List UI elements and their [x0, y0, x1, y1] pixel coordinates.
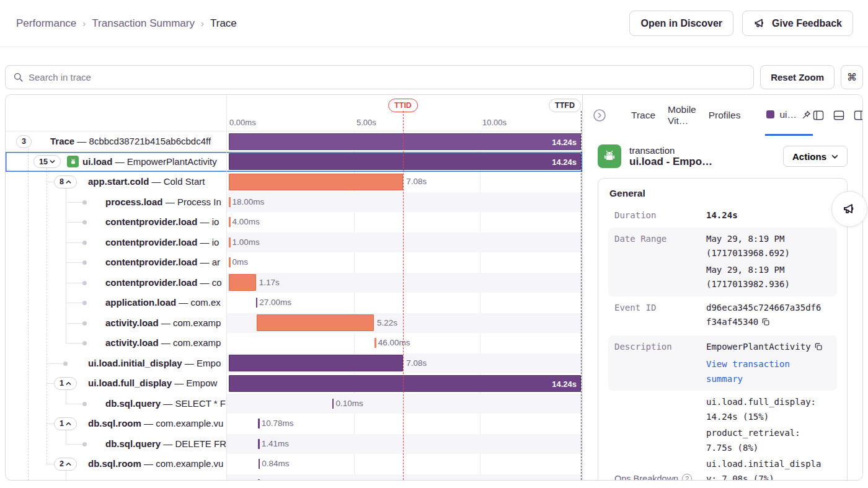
span-row[interactable]: contentprovider.load — io1.00ms — [6, 233, 582, 253]
span-row[interactable]: 1db.sql.room — com.example.vu10.78ms — [6, 414, 582, 434]
span-row[interactable]: contentprovider.load — io4.00ms — [6, 212, 582, 233]
expand-collapse-badge[interactable]: 1 — [54, 377, 77, 390]
span-bar[interactable]: 14.24s — [229, 133, 581, 150]
span-row[interactable]: db.sql.query — SELECT * F0.10ms — [6, 394, 582, 414]
span-bar[interactable] — [257, 314, 374, 331]
span-tick[interactable] — [258, 479, 260, 481]
span-tick[interactable] — [258, 419, 260, 428]
span-timeline-cell[interactable]: 1.17s — [227, 273, 582, 293]
span-tree-cell: application.load — com.ex — [6, 293, 227, 313]
shortcuts-button[interactable]: ⌘ — [841, 65, 863, 89]
span-timeline-cell[interactable]: 1.00ms — [227, 233, 582, 253]
span-timeline-cell[interactable]: 0.78ms — [227, 474, 582, 481]
search-bar[interactable] — [5, 65, 754, 89]
expand-collapse-badge[interactable]: 3 — [16, 135, 32, 148]
expand-collapse-badge[interactable]: 8 — [54, 175, 77, 189]
span-label: contentprovider.load — ar — [105, 252, 220, 273]
dock-bottom-icon[interactable] — [833, 110, 844, 120]
span-row[interactable]: db.sql.query — DELETE FR1.41ms — [6, 434, 582, 455]
duration-label: 14.24s — [552, 134, 577, 151]
ttfd-marker-pill[interactable]: TTFD — [549, 99, 581, 112]
tab-ui-load-active[interactable]: ui… — [765, 95, 813, 136]
span-timeline-cell[interactable]: 1.41ms — [227, 434, 582, 455]
copy-icon[interactable] — [761, 316, 770, 331]
collapse-drawer-button[interactable] — [593, 95, 606, 136]
span-timeline-cell[interactable]: 27.00ms — [227, 293, 582, 313]
span-bar[interactable] — [229, 355, 403, 371]
open-in-discover-button[interactable]: Open in Discover — [629, 11, 733, 36]
copy-icon[interactable] — [814, 341, 823, 356]
span-row[interactable]: application.load — com.ex27.00ms — [6, 293, 582, 313]
span-tick[interactable] — [256, 298, 258, 308]
tab-trace[interactable]: Trace — [631, 110, 655, 121]
span-row[interactable]: ui.load.initial_display — Empo7.08s — [6, 353, 582, 374]
help-icon[interactable]: ? — [682, 474, 692, 480]
tree-connector — [66, 303, 82, 303]
span-row[interactable]: 15ui.load — EmpowerPlantActivity14.24s — [6, 152, 582, 172]
span-tick[interactable] — [374, 338, 376, 348]
pin-tab-icon[interactable] — [802, 110, 812, 120]
expand-collapse-badge[interactable]: 2 — [54, 458, 77, 471]
span-bar[interactable]: 14.24s — [229, 153, 581, 170]
give-feedback-button[interactable]: Give Feedback — [742, 11, 853, 36]
span-row[interactable]: contentprovider.load — ar0ms — [6, 252, 582, 273]
span-timeline-cell[interactable]: 0.84ms — [227, 454, 582, 474]
breadcrumb-performance[interactable]: Performance — [16, 17, 76, 30]
give-feedback-label: Give Feedback — [772, 18, 842, 29]
span-timeline-cell[interactable]: 18.00ms — [227, 192, 582, 213]
span-row[interactable]: db.sql.query — INSERT OR0.78ms — [6, 474, 582, 481]
span-timeline-cell[interactable]: 7.08s — [227, 172, 582, 192]
span-tree-cell: contentprovider.load — io — [6, 233, 227, 253]
span-tree-cell: contentprovider.load — io — [6, 212, 227, 233]
duration-label: 1.00ms — [232, 233, 260, 253]
span-timeline-cell[interactable]: 7.08s — [227, 353, 582, 374]
span-timeline-cell[interactable]: 46.00ms — [227, 333, 582, 353]
span-tick[interactable] — [229, 257, 231, 267]
span-row[interactable]: 2db.sql.room — com.example.vu0.84ms — [6, 454, 582, 474]
span-timeline-cell[interactable]: 4.00ms — [227, 212, 582, 233]
span-tick[interactable] — [258, 439, 260, 449]
span-row[interactable]: activity.load — com.examp5.22s — [6, 313, 582, 334]
span-bar[interactable] — [229, 274, 256, 291]
span-row[interactable]: 3Trace — 8cbbcd38721b415ab6cbdc4ff14.24s — [6, 131, 582, 152]
expand-collapse-badge[interactable]: 1 — [54, 417, 77, 430]
breadcrumb-separator-icon: › — [82, 18, 86, 29]
span-label: process.load — Process In — [105, 192, 221, 213]
span-timeline-cell[interactable]: 14.24s — [227, 152, 582, 172]
expand-collapse-badge[interactable]: 15 — [33, 155, 61, 168]
feedback-bubble-button[interactable] — [831, 191, 867, 227]
span-row[interactable]: 8app.start.cold — Cold Start7.08s — [6, 172, 582, 192]
span-timeline-cell[interactable]: 0ms — [227, 252, 582, 273]
span-timeline-cell[interactable]: 10.78ms — [227, 414, 582, 434]
span-tick[interactable] — [229, 237, 231, 247]
span-row[interactable]: activity.load — com.examp46.00ms — [6, 333, 582, 353]
span-bar[interactable] — [229, 174, 403, 190]
reset-zoom-button[interactable]: Reset Zoom — [760, 65, 835, 89]
search-input[interactable] — [29, 72, 746, 82]
detail-key: Ops Breakdown ? — [614, 472, 706, 481]
span-bar[interactable]: 14.24s — [229, 375, 581, 392]
span-tick[interactable] — [259, 459, 260, 469]
span-timeline-cell[interactable]: 0.10ms — [227, 394, 582, 414]
view-transaction-summary-link[interactable]: View transaction summary — [706, 359, 790, 384]
span-row[interactable]: process.load — Process In18.00ms — [6, 192, 582, 213]
ttid-marker-pill[interactable]: TTID — [388, 99, 418, 112]
duration-label: 7.08s — [406, 353, 427, 374]
span-tree-cell: contentprovider.load — co — [6, 273, 227, 293]
actions-button[interactable]: Actions — [783, 146, 848, 167]
timeline-header: TTID TTFD 0.00ms 5.00s 10.00s — [6, 95, 582, 131]
span-timeline-cell[interactable]: 5.22s — [227, 313, 582, 334]
span-row[interactable]: 1ui.load.full_display — Empow14.24s — [6, 373, 582, 394]
tab-profiles[interactable]: Profiles — [709, 110, 741, 121]
tab-mobile-vitals[interactable]: Mobile Vit… — [668, 104, 696, 126]
span-tick[interactable] — [229, 197, 231, 207]
span-timeline-cell[interactable]: 14.24s — [227, 131, 582, 152]
dock-right-icon[interactable] — [854, 110, 862, 120]
span-label: application.load — com.ex — [105, 293, 221, 313]
span-row[interactable]: contentprovider.load — co1.17s — [6, 273, 582, 293]
span-tick[interactable] — [229, 217, 231, 227]
span-tick[interactable] — [332, 399, 334, 409]
breadcrumb-transaction-summary[interactable]: Transaction Summary — [92, 17, 195, 30]
dock-left-icon[interactable] — [813, 110, 824, 120]
span-timeline-cell[interactable]: 14.24s — [227, 373, 582, 394]
